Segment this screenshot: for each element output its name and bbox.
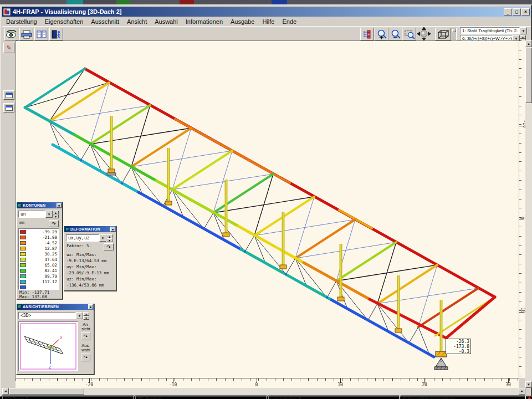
h-ruler-label: 30 xyxy=(505,382,511,387)
legend-minmax: Min: -137.71 Max: 137.08 xyxy=(19,290,49,299)
ansicht-combo[interactable]: <3D> ▼ ▲ ▼ xyxy=(18,312,89,319)
spin-up-icon[interactable]: ▲ xyxy=(520,35,526,39)
menu-ansicht[interactable]: Ansicht xyxy=(123,18,151,25)
edit-button[interactable]: ✎ xyxy=(3,43,14,53)
deformation-apply-button[interactable]: ↷ xyxy=(104,243,114,250)
zoom-window-button[interactable] xyxy=(402,28,416,40)
scroll-down-icon[interactable]: ▼ xyxy=(525,381,532,388)
ansicht-close-icon[interactable]: ▪ xyxy=(88,304,93,309)
cube-rotate-slider[interactable] xyxy=(452,28,457,40)
title-bar[interactable]: 4H-FRAP - Visualisierung [3D-Dach 2] _ □… xyxy=(2,7,531,17)
legend-value: -39.29 xyxy=(26,229,59,234)
result-combo-value[interactable]: 1: Stahl Tragfähigkeit (Th. 2. O xyxy=(460,27,520,34)
left-support xyxy=(107,173,116,175)
toolbar: 1: Stahl Tragfähigkeit (Th. 2. O ▼ 6: St… xyxy=(2,26,531,41)
contour-legend: -39.29 -21.90 -4.52 12.87 30.25 47.64 65… xyxy=(18,228,59,290)
ansicht-panel[interactable]: ANSICHT/EBENEN ▪ <3D> ▼ ▲ ▼ xyxy=(16,303,94,375)
horizontal-scrollbar[interactable]: ◄ ► xyxy=(2,388,525,395)
pages-button[interactable] xyxy=(34,28,48,40)
legend-value: 99.79 xyxy=(26,274,59,279)
konturen-apply-button[interactable]: ↷ xyxy=(49,220,59,227)
legend-swatch xyxy=(20,258,26,262)
legend-swatch xyxy=(20,252,26,256)
minimize-button[interactable]: _ xyxy=(504,8,512,16)
ansicht-combo-arrow-icon[interactable]: ▼ xyxy=(76,312,83,319)
zoom-in-button[interactable] xyxy=(375,28,388,40)
scroll-up-icon[interactable]: ▲ xyxy=(525,40,532,47)
deformation-close-icon[interactable]: ▪ xyxy=(110,227,115,232)
maximize-button[interactable]: □ xyxy=(513,8,521,16)
scroll-left-icon[interactable]: ◄ xyxy=(2,388,9,395)
menu-eigenschaften[interactable]: Eigenschaften xyxy=(41,18,88,25)
menu-ende[interactable]: Ende xyxy=(278,18,300,25)
vertical-scrollbar[interactable]: ▲ ▼ xyxy=(525,40,532,388)
menu-auswahl[interactable]: Auswahl xyxy=(151,18,182,25)
deformation-spinner[interactable]: ▲ ▼ xyxy=(106,234,112,242)
cube-view-button[interactable] xyxy=(435,28,451,40)
result-combo[interactable]: 1: Stahl Tragfähigkeit (Th. 2. O ▼ xyxy=(460,27,527,34)
menu-darstellung[interactable]: Darstellung xyxy=(2,18,41,25)
close-button[interactable]: × xyxy=(521,8,530,16)
zoom-out-button[interactable] xyxy=(388,28,402,40)
konturen-unit-label: mm xyxy=(19,219,24,226)
pages-icon xyxy=(36,30,47,39)
legend-swatch xyxy=(20,269,26,273)
spin-up-icon[interactable]: ▲ xyxy=(53,211,59,214)
auswahl-apply-button[interactable]: ↷ xyxy=(81,354,90,361)
spin-up-icon[interactable]: ▲ xyxy=(83,312,89,316)
zoom-in-icon xyxy=(376,29,387,39)
legend-value: 65.02 xyxy=(26,263,59,268)
legend-swatch xyxy=(20,241,26,245)
spin-down-icon[interactable]: ▼ xyxy=(83,316,89,320)
mini-window-edit-icon xyxy=(6,105,13,111)
deformation-combo[interactable]: ux,uy,uz ▼ ▲ ▼ xyxy=(66,234,112,242)
menu-informationen[interactable]: Informationen xyxy=(182,18,227,25)
konturen-close-icon[interactable]: ▪ xyxy=(57,203,62,208)
deformation-panel[interactable]: DEFORMATION ▪ ux,uy,uz ▼ ▲ ▼ Faktor: 5. … xyxy=(64,226,116,291)
deformation-combo-arrow-icon[interactable]: ▼ xyxy=(99,234,106,242)
result-combo-arrow-icon[interactable]: ▼ xyxy=(520,27,527,34)
print-button[interactable] xyxy=(19,28,33,40)
exit-button[interactable] xyxy=(49,28,63,40)
konturen-spinner[interactable]: ▲ ▼ xyxy=(53,211,59,218)
konturen-combo[interactable]: un ▼ ▲ ▼ xyxy=(18,211,59,218)
spin-down-icon[interactable]: ▼ xyxy=(106,238,112,242)
ux-value: -9.E-13/64.53 mm xyxy=(66,258,109,264)
preview-button[interactable] xyxy=(4,28,18,40)
zoom-window-icon xyxy=(404,29,415,39)
v-scroll-thumb[interactable] xyxy=(525,48,532,103)
menu-hilfe[interactable]: Hilfe xyxy=(258,18,278,25)
menu-ausgabe[interactable]: Ausgabe xyxy=(227,18,258,25)
ux-label: ux: Min/Max: xyxy=(66,252,109,258)
spin-down-icon[interactable]: ▼ xyxy=(53,214,59,218)
ansicht-spinner[interactable]: ▲ ▼ xyxy=(83,312,89,319)
structure-tree-button[interactable] xyxy=(360,28,374,40)
scroll-right-icon[interactable]: ► xyxy=(519,388,525,395)
annotation-line-2: -173.8 xyxy=(447,344,469,349)
cube-slider-thumb[interactable] xyxy=(452,29,456,32)
ansicht-apply-button[interactable]: ↷ xyxy=(81,332,90,340)
menu-ausschnitt[interactable]: Ausschnitt xyxy=(87,18,123,25)
minimized-panel-button-1[interactable] xyxy=(3,90,14,100)
ansicht-combo-value[interactable]: <3D> xyxy=(18,312,76,319)
legend-value: 12.87 xyxy=(26,246,59,251)
konturen-titlebar[interactable]: KONTUREN ▪ xyxy=(17,202,62,208)
konturen-combo-arrow-icon[interactable]: ▼ xyxy=(45,211,53,218)
konturen-combo-value[interactable]: un xyxy=(18,211,45,218)
deformation-combo-value[interactable]: ux,uy,uz xyxy=(66,234,99,242)
minimized-panel-button-2[interactable] xyxy=(3,103,14,112)
view-preview[interactable]: X Z xyxy=(18,321,78,371)
uy-label: uy: Min/Max: xyxy=(66,264,109,270)
viewport-3d[interactable]: -26.3 -173.8 -0.3 KONTUREN ▪ un ▼ ▲ ▼ mm… xyxy=(16,40,519,378)
legend-swatch xyxy=(20,280,26,284)
spin-up-icon[interactable]: ▲ xyxy=(106,234,112,238)
h-scroll-thumb[interactable] xyxy=(9,388,84,395)
ansicht-titlebar[interactable]: ANSICHT/EBENEN ▪ xyxy=(17,304,94,310)
konturen-panel[interactable]: KONTUREN ▪ un ▼ ▲ ▼ mm ↷ -39.29 -21.90 -… xyxy=(16,202,63,299)
deformation-title: DEFORMATION xyxy=(70,227,110,231)
preview-structure-icon: X Z xyxy=(19,322,78,371)
status-system: 3D-System xyxy=(135,395,267,399)
axis-x-label: X xyxy=(60,336,63,340)
legend-value: 82.41 xyxy=(26,268,59,273)
deformation-titlebar[interactable]: DEFORMATION ▪ xyxy=(64,226,116,232)
